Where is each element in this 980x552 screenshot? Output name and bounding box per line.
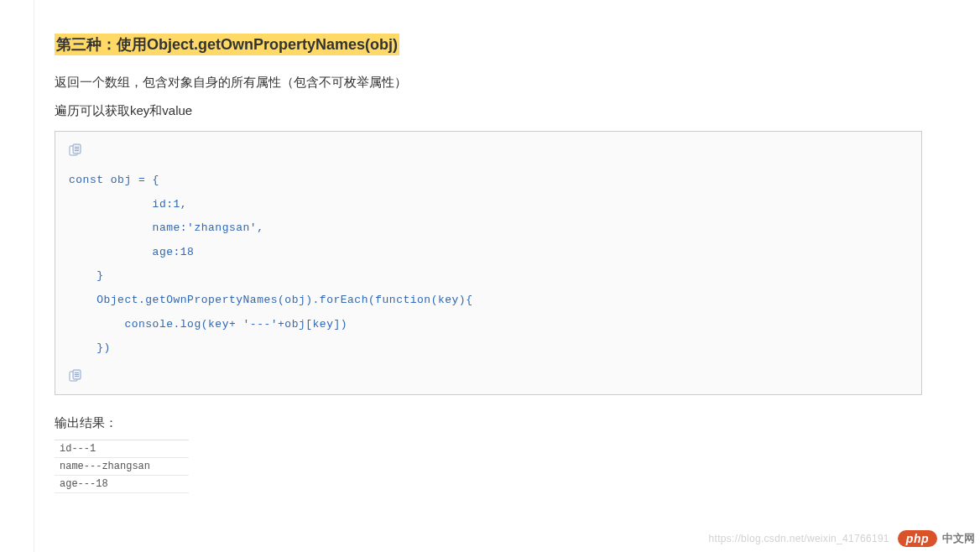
code-content: const obj = { id:1, name:'zhangsan', age… (69, 169, 908, 361)
watermark-cn-text: 中文网 (942, 531, 975, 546)
console-row: id---1 (55, 440, 189, 458)
svg-rect-4 (75, 150, 79, 151)
output-heading: 输出结果： (55, 415, 952, 431)
svg-rect-2 (75, 147, 79, 148)
description-paragraph-2: 遍历可以获取key和value (55, 101, 952, 121)
console-output: id---1 name---zhangsan age---18 (55, 440, 189, 493)
console-row: name---zhangsan (55, 458, 189, 476)
svg-rect-3 (75, 148, 79, 149)
copy-icon[interactable] (69, 143, 82, 157)
article-content: 第三种：使用Object.getOwnPropertyNames(obj) 返回… (55, 34, 952, 493)
svg-rect-7 (75, 372, 79, 373)
section-heading: 第三种：使用Object.getOwnPropertyNames(obj) (55, 34, 399, 55)
left-separator (34, 0, 34, 552)
description-paragraph-1: 返回一个数组，包含对象自身的所有属性（包含不可枚举属性） (55, 72, 952, 92)
watermark: https://blog.csdn.net/weixin_41766191 ph… (709, 530, 975, 547)
svg-rect-8 (75, 374, 79, 375)
console-row: age---18 (55, 476, 189, 493)
copy-icon-bottom[interactable] (69, 369, 82, 383)
svg-rect-9 (75, 376, 79, 377)
php-logo-badge: php (898, 530, 937, 547)
watermark-url: https://blog.csdn.net/weixin_41766191 (709, 533, 889, 544)
code-block: const obj = { id:1, name:'zhangsan', age… (55, 131, 922, 395)
